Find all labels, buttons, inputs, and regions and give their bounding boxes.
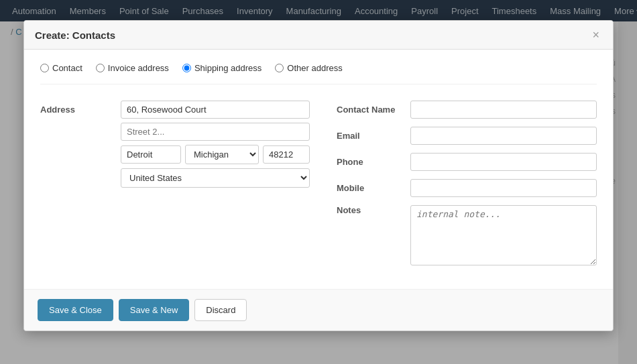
mobile-row: Mobile bbox=[337, 179, 597, 197]
radio-shipping-label: Shipping address bbox=[194, 63, 262, 73]
phone-label: Phone bbox=[337, 157, 410, 167]
address-label: Address bbox=[40, 101, 121, 115]
phone-input[interactable] bbox=[410, 153, 597, 171]
save-new-button[interactable]: Save & New bbox=[119, 299, 190, 321]
contact-name-input-wrap bbox=[410, 101, 597, 119]
city-input[interactable] bbox=[121, 145, 181, 164]
save-close-button[interactable]: Save & Close bbox=[38, 299, 113, 321]
modal-close-button[interactable]: × bbox=[589, 29, 602, 41]
address-field-row: Address Michigan AlabamaAlaskaArizona Ar… bbox=[40, 101, 310, 188]
radio-contact[interactable]: Contact bbox=[40, 63, 82, 73]
address-type-radio-group: Contact Invoice address Shipping address… bbox=[40, 63, 597, 84]
contact-fields-section: Contact Name Email Phone bbox=[337, 101, 597, 276]
contact-name-row: Contact Name bbox=[337, 101, 597, 119]
state-select[interactable]: Michigan AlabamaAlaskaArizona ArkansasCa… bbox=[185, 145, 259, 164]
radio-other[interactable]: Other address bbox=[275, 63, 342, 73]
radio-invoice[interactable]: Invoice address bbox=[96, 63, 169, 73]
address-section: Address Michigan AlabamaAlaskaArizona Ar… bbox=[40, 101, 310, 276]
radio-shipping[interactable]: Shipping address bbox=[182, 63, 262, 73]
radio-contact-input[interactable] bbox=[40, 64, 49, 72]
radio-other-input[interactable] bbox=[275, 64, 284, 72]
modal-header: Create: Contacts × bbox=[24, 21, 613, 50]
discard-button[interactable]: Discard bbox=[194, 299, 247, 321]
create-contacts-modal: Create: Contacts × Contact Invoice addre… bbox=[23, 20, 614, 331]
modal-footer: Save & Close Save & New Discard bbox=[24, 289, 613, 330]
notes-label: Notes bbox=[337, 205, 410, 215]
mobile-input-wrap bbox=[410, 179, 597, 197]
contact-name-label: Contact Name bbox=[337, 105, 410, 115]
city-state-zip-row: Michigan AlabamaAlaskaArizona ArkansasCa… bbox=[121, 145, 310, 164]
modal-body: Contact Invoice address Shipping address… bbox=[24, 50, 613, 289]
notes-textarea[interactable] bbox=[410, 205, 597, 265]
zip-input[interactable] bbox=[263, 145, 310, 164]
radio-shipping-input[interactable] bbox=[182, 64, 191, 72]
notes-row: Notes bbox=[337, 205, 597, 267]
modal-title: Create: Contacts bbox=[35, 29, 115, 41]
radio-invoice-label: Invoice address bbox=[108, 63, 169, 73]
modal-overlay: Create: Contacts × Contact Invoice addre… bbox=[0, 0, 637, 364]
radio-contact-label: Contact bbox=[52, 63, 82, 73]
email-input-wrap bbox=[410, 127, 597, 145]
mobile-input[interactable] bbox=[410, 179, 597, 197]
address-inputs: Michigan AlabamaAlaskaArizona ArkansasCa… bbox=[121, 101, 310, 188]
street1-input[interactable] bbox=[121, 101, 310, 119]
email-label: Email bbox=[337, 131, 410, 141]
form-section: Address Michigan AlabamaAlaskaArizona Ar… bbox=[40, 101, 597, 276]
radio-other-label: Other address bbox=[287, 63, 342, 73]
phone-input-wrap bbox=[410, 153, 597, 171]
radio-invoice-input[interactable] bbox=[96, 64, 105, 72]
email-input[interactable] bbox=[410, 127, 597, 145]
country-select[interactable]: United States Canada Mexico United Kingd… bbox=[121, 168, 310, 188]
country-row: United States Canada Mexico United Kingd… bbox=[121, 168, 310, 188]
notes-input-wrap bbox=[410, 205, 597, 267]
street2-input[interactable] bbox=[121, 123, 310, 141]
phone-row: Phone bbox=[337, 153, 597, 171]
mobile-label: Mobile bbox=[337, 183, 410, 193]
contact-name-input[interactable] bbox=[410, 101, 597, 119]
email-row: Email bbox=[337, 127, 597, 145]
